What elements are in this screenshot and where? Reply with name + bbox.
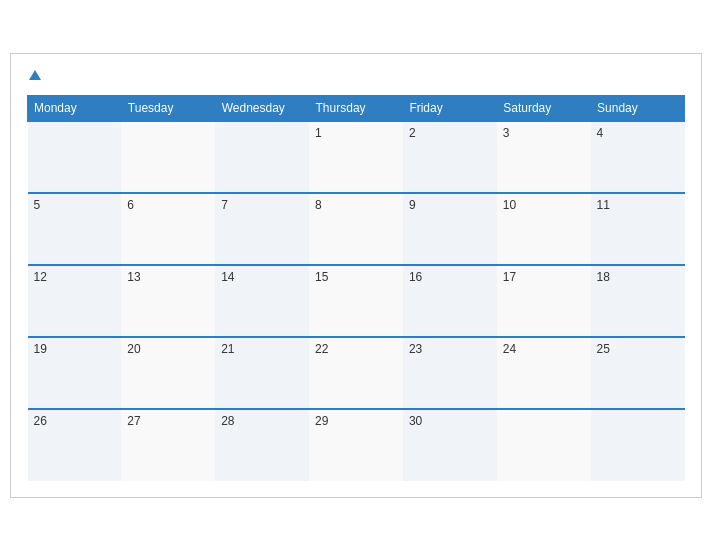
day-number: 18 — [597, 270, 679, 284]
day-number: 20 — [127, 342, 209, 356]
calendar-cell — [591, 409, 685, 481]
calendar-cell: 22 — [309, 337, 403, 409]
calendar-cell: 9 — [403, 193, 497, 265]
col-header-monday: Monday — [28, 95, 122, 121]
calendar-cell: 26 — [28, 409, 122, 481]
calendar-cell: 10 — [497, 193, 591, 265]
calendar-cell — [28, 121, 122, 193]
week-row-5: 2627282930 — [28, 409, 685, 481]
day-number: 28 — [221, 414, 303, 428]
calendar-cell: 1 — [309, 121, 403, 193]
calendar-cell — [497, 409, 591, 481]
calendar-cell — [121, 121, 215, 193]
calendar-cell: 13 — [121, 265, 215, 337]
day-number: 7 — [221, 198, 303, 212]
day-number: 25 — [597, 342, 679, 356]
day-number: 19 — [34, 342, 116, 356]
calendar-cell: 4 — [591, 121, 685, 193]
day-number: 8 — [315, 198, 397, 212]
day-number: 1 — [315, 126, 397, 140]
calendar-cell: 20 — [121, 337, 215, 409]
calendar-cell: 17 — [497, 265, 591, 337]
day-number: 22 — [315, 342, 397, 356]
week-row-1: 1234 — [28, 121, 685, 193]
calendar-header — [27, 70, 685, 81]
calendar-grid: MondayTuesdayWednesdayThursdayFridaySatu… — [27, 95, 685, 481]
day-number: 17 — [503, 270, 585, 284]
logo-blue-text — [27, 70, 41, 81]
col-header-wednesday: Wednesday — [215, 95, 309, 121]
calendar-cell: 30 — [403, 409, 497, 481]
calendar-header-row: MondayTuesdayWednesdayThursdayFridaySatu… — [28, 95, 685, 121]
day-number: 26 — [34, 414, 116, 428]
calendar-cell: 12 — [28, 265, 122, 337]
calendar-cell: 15 — [309, 265, 403, 337]
calendar-cell: 16 — [403, 265, 497, 337]
calendar-cell: 3 — [497, 121, 591, 193]
calendar-cell: 18 — [591, 265, 685, 337]
week-row-3: 12131415161718 — [28, 265, 685, 337]
day-number: 27 — [127, 414, 209, 428]
calendar-tbody: 1234567891011121314151617181920212223242… — [28, 121, 685, 481]
day-number: 6 — [127, 198, 209, 212]
calendar-cell — [215, 121, 309, 193]
calendar-cell: 2 — [403, 121, 497, 193]
logo-triangle-icon — [29, 70, 41, 80]
calendar-cell: 11 — [591, 193, 685, 265]
day-number: 11 — [597, 198, 679, 212]
calendar-cell: 21 — [215, 337, 309, 409]
day-number: 3 — [503, 126, 585, 140]
day-number: 24 — [503, 342, 585, 356]
week-row-4: 19202122232425 — [28, 337, 685, 409]
calendar-cell: 7 — [215, 193, 309, 265]
day-number: 2 — [409, 126, 491, 140]
week-row-2: 567891011 — [28, 193, 685, 265]
day-number: 10 — [503, 198, 585, 212]
calendar-thead: MondayTuesdayWednesdayThursdayFridaySatu… — [28, 95, 685, 121]
calendar-cell: 27 — [121, 409, 215, 481]
day-number: 13 — [127, 270, 209, 284]
calendar-cell: 14 — [215, 265, 309, 337]
col-header-thursday: Thursday — [309, 95, 403, 121]
calendar-cell: 5 — [28, 193, 122, 265]
day-number: 30 — [409, 414, 491, 428]
logo — [27, 70, 41, 81]
col-header-tuesday: Tuesday — [121, 95, 215, 121]
day-number: 16 — [409, 270, 491, 284]
day-number: 21 — [221, 342, 303, 356]
calendar-cell: 24 — [497, 337, 591, 409]
day-number: 14 — [221, 270, 303, 284]
calendar-cell: 29 — [309, 409, 403, 481]
calendar-cell: 28 — [215, 409, 309, 481]
calendar-cell: 23 — [403, 337, 497, 409]
day-number: 4 — [597, 126, 679, 140]
col-header-saturday: Saturday — [497, 95, 591, 121]
day-number: 29 — [315, 414, 397, 428]
day-number: 9 — [409, 198, 491, 212]
day-number: 5 — [34, 198, 116, 212]
calendar-cell: 6 — [121, 193, 215, 265]
col-header-sunday: Sunday — [591, 95, 685, 121]
day-number: 15 — [315, 270, 397, 284]
calendar-container: MondayTuesdayWednesdayThursdayFridaySatu… — [10, 53, 702, 498]
calendar-cell: 19 — [28, 337, 122, 409]
day-number: 23 — [409, 342, 491, 356]
day-number: 12 — [34, 270, 116, 284]
calendar-cell: 8 — [309, 193, 403, 265]
calendar-cell: 25 — [591, 337, 685, 409]
col-header-friday: Friday — [403, 95, 497, 121]
